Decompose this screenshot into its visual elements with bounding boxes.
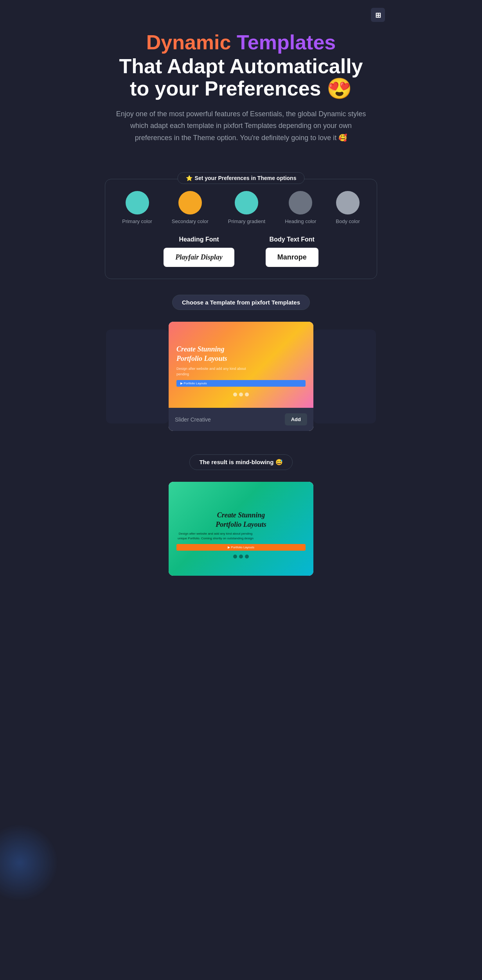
template-card-right bbox=[313, 330, 376, 423]
hero-description: Enjoy one of the most powerful features … bbox=[112, 108, 370, 144]
result-preview-subtitle: Design after website and add any kind ab… bbox=[176, 531, 255, 541]
heading-font-group: Heading Font Playfair Display bbox=[164, 236, 234, 267]
hero-word-dynamic: Dynamic bbox=[146, 31, 231, 54]
heading-font-value[interactable]: Playfair Display bbox=[164, 248, 234, 267]
body-color-label: Body color bbox=[336, 218, 360, 224]
primary-gradient-circle[interactable] bbox=[235, 191, 258, 214]
body-color-circle[interactable] bbox=[336, 191, 360, 214]
fonts-section: Heading Font Playfair Display Body Text … bbox=[117, 236, 365, 267]
hero-section: Dynamic Templates That Adapt Automatical… bbox=[89, 0, 393, 179]
template-card-left bbox=[106, 330, 169, 423]
body-font-label: Body Text Font bbox=[270, 236, 315, 243]
result-preview-image: Create Stunning Portfolio Layouts Design… bbox=[169, 482, 313, 576]
body-font-value[interactable]: Manrope bbox=[266, 248, 318, 267]
template-preview-image: Create Stunning Portfolio Layouts Design… bbox=[169, 322, 313, 408]
primary-gradient-label: Primary gradient bbox=[228, 218, 265, 224]
swatch-primary-gradient[interactable]: Primary gradient bbox=[228, 191, 265, 224]
result-preview-cta[interactable]: ▶ Portfolio Layouts bbox=[176, 544, 306, 551]
result-dot-1 bbox=[233, 555, 237, 558]
result-dot-2 bbox=[239, 555, 243, 558]
secondary-color-label: Secondary color bbox=[172, 218, 209, 224]
svg-text:⊞: ⊞ bbox=[375, 11, 381, 19]
template-preview-title: Create Stunning Portfolio Layouts bbox=[176, 345, 306, 363]
heading-font-label: Heading Font bbox=[179, 236, 219, 243]
result-section: The result is mind-blowing 😅 Create Stun… bbox=[89, 454, 393, 599]
result-preview-card: Create Stunning Portfolio Layouts Design… bbox=[169, 482, 313, 576]
heading-color-label: Heading color bbox=[285, 218, 316, 224]
hero-title-line1: Dynamic Templates bbox=[105, 31, 377, 54]
template-preview-dots bbox=[176, 393, 306, 396]
dot-3 bbox=[245, 393, 249, 396]
hero-title-line2: That Adapt Automatically bbox=[105, 55, 377, 77]
body-font-group: Body Text Font Manrope bbox=[266, 236, 318, 267]
choose-badge: Choose a Template from pixfort Templates bbox=[172, 295, 310, 310]
hero-word-templates: Templates bbox=[237, 31, 336, 54]
primary-color-circle[interactable] bbox=[126, 191, 149, 214]
result-preview-dots bbox=[176, 555, 306, 558]
swatch-secondary[interactable]: Secondary color bbox=[172, 191, 209, 224]
add-template-button[interactable]: Add bbox=[285, 413, 307, 425]
secondary-color-circle[interactable] bbox=[178, 191, 202, 214]
result-badge: The result is mind-blowing 😅 bbox=[189, 454, 292, 470]
template-card-main[interactable]: Create Stunning Portfolio Layouts Design… bbox=[169, 322, 313, 431]
dot-2 bbox=[239, 393, 243, 396]
preferences-badge: ⭐ Set your Preferences in Theme options bbox=[178, 172, 305, 184]
badge-star-icon: ⭐ bbox=[186, 175, 192, 181]
hero-title-line3: to your Preferences 😍 bbox=[105, 77, 377, 100]
template-card-name: Slider Creative bbox=[175, 416, 211, 423]
preferences-badge-text: Set your Preferences in Theme options bbox=[195, 175, 297, 181]
choose-section: Choose a Template from pixfort Templates bbox=[105, 295, 377, 310]
template-preview-cta[interactable]: ▶ Portfolio Layouts bbox=[176, 380, 306, 387]
preferences-panel: ⭐ Set your Preferences in Theme options … bbox=[105, 179, 377, 279]
template-carousel: Create Stunning Portfolio Layouts Design… bbox=[89, 322, 393, 431]
swatch-primary[interactable]: Primary color bbox=[122, 191, 152, 224]
result-dot-3 bbox=[245, 555, 249, 558]
primary-color-label: Primary color bbox=[122, 218, 152, 224]
dot-1 bbox=[233, 393, 237, 396]
result-preview-title: Create Stunning Portfolio Layouts bbox=[176, 511, 306, 529]
template-card-footer: Slider Creative Add bbox=[169, 408, 313, 431]
swatch-body[interactable]: Body color bbox=[336, 191, 360, 224]
swatch-heading[interactable]: Heading color bbox=[285, 191, 316, 224]
top-logo: ⊞ bbox=[371, 8, 385, 22]
heading-color-circle[interactable] bbox=[289, 191, 312, 214]
template-preview-subtitle: Design after website and add any kind ab… bbox=[176, 366, 247, 377]
color-swatches-row: Primary color Secondary color Primary gr… bbox=[117, 191, 365, 224]
